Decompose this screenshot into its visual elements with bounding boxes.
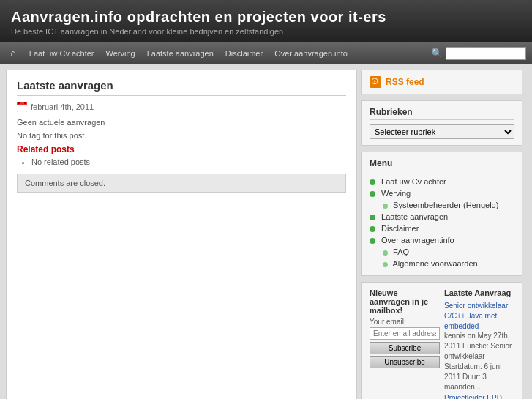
site-header: Aanvragen.info opdrachten en projecten v… (0, 0, 532, 42)
menu-item-faq: FAQ (383, 246, 514, 258)
menu-title: Menu (370, 158, 514, 171)
search-input[interactable] (446, 47, 526, 60)
site-subtitle: De beste ICT aanvragen in Nederland voor… (11, 27, 521, 36)
svg-rect-1 (17, 105, 27, 112)
search-icon[interactable]: 🔍 (431, 48, 443, 59)
menu-link-systeembeheerder[interactable]: Systeembeheerder (Hengelo) (393, 201, 498, 209)
unsubscribe-button[interactable]: Unsubscribe (370, 356, 440, 368)
laatste-widget: Laatste Aanvraag Senior ontwikkelaar C/C… (444, 288, 514, 399)
bullet-sub-systeembeheerder (383, 204, 388, 209)
content-title: Laatste aanvragen (17, 79, 346, 96)
menu-link-werving[interactable]: Werving (381, 189, 411, 198)
bullet-sub-algemene (383, 262, 388, 267)
menu-link-laatste[interactable]: Laatste aanvragen (381, 212, 448, 221)
post-date: februari 4th, 2011 (17, 102, 346, 112)
laatste-aanvraag-title: Laatste Aanvraag (444, 288, 514, 297)
menu-link-faq[interactable]: FAQ (393, 247, 409, 256)
no-tag-text: No tag for this post. (17, 131, 346, 140)
rubrieken-widget: Rubrieken Selecteer rubriek (361, 100, 522, 146)
menu-item-werving: Werving (370, 187, 514, 199)
bullet-sub-faq (383, 250, 388, 256)
related-post-item: No related posts. (31, 157, 346, 166)
post-date-text: februari 4th, 2011 (31, 102, 94, 111)
rubrieken-select[interactable]: Selecteer rubriek (370, 124, 514, 139)
menu-link-over[interactable]: Over aanvragen.info (381, 236, 454, 245)
bullet-over (370, 238, 375, 244)
laatste-text-1: kennis on May 27th, 2011 Functie: Senior… (444, 331, 514, 392)
menu-item-algemene: Algemene voorwaarden (383, 258, 514, 269)
bullet-werving (370, 191, 375, 197)
nav-item-disclaimer[interactable]: Disclaimer (220, 46, 269, 61)
menu-link-disclaimer[interactable]: Disclaimer (381, 224, 419, 233)
rss-link[interactable]: RSS feed (370, 76, 514, 88)
nav-item-laatste[interactable]: Laatste aanvragen (141, 46, 220, 61)
svg-rect-3 (18, 102, 20, 104)
menu-link-cv[interactable]: Laat uw Cv achter (381, 177, 446, 186)
menu-item-cv: Laat uw Cv achter (370, 176, 514, 187)
site-title: Aanvragen.info opdrachten en projecten v… (11, 9, 521, 26)
bullet-cv (370, 179, 375, 185)
menu-widget: Menu Laat uw Cv achter Werving Systeembe… (361, 152, 522, 276)
email-label: Your email: (370, 318, 440, 326)
email-input[interactable] (370, 327, 440, 340)
laatste-link-1[interactable]: Senior ontwikkelaar C/C++ Java met embed… (444, 302, 508, 330)
subscribe-button[interactable]: Subscribe (370, 342, 440, 354)
nav-item-werving[interactable]: Werving (100, 46, 141, 61)
two-col-section: Nieuwe aanvragen in je mailbox! Your ema… (370, 288, 514, 399)
svg-rect-4 (24, 102, 26, 104)
related-posts-list: No related posts. (31, 157, 346, 166)
rss-label: RSS feed (386, 77, 424, 87)
laatste-link-2[interactable]: Projectleider EPD (Gelderland) (444, 394, 502, 399)
nav-item-over[interactable]: Over aanvragen.info (269, 46, 353, 61)
menu-item-disclaimer: Disclaimer (370, 223, 514, 234)
no-posts-text: Geen actuele aanvragen (17, 118, 346, 127)
related-posts-title: Related posts (17, 144, 346, 154)
rubrieken-title: Rubrieken (370, 107, 514, 120)
menu-item-laatste: Laatste aanvragen (370, 211, 514, 223)
nieuwe-widget: Nieuwe aanvragen in je mailbox! Your ema… (370, 288, 440, 399)
main-content: Laatste aanvragen februari 4th, 2011 Gee… (0, 64, 532, 399)
rss-icon (370, 76, 381, 88)
navigation: ⌂ Laat uw Cv achter Werving Laatste aanv… (0, 42, 532, 64)
comments-closed: Comments are closed. (17, 174, 346, 193)
bullet-laatste (370, 215, 375, 220)
menu-item-over: Over aanvragen.info (370, 234, 514, 246)
nieuwe-title: Nieuwe aanvragen in je mailbox! (370, 288, 440, 315)
menu-link-algemene[interactable]: Algemene voorwaarden (392, 259, 477, 268)
home-nav-item[interactable]: ⌂ (6, 45, 20, 61)
menu-list: Laat uw Cv achter Werving Systeembeheerd… (370, 176, 514, 269)
nav-item-cv[interactable]: Laat uw Cv achter (23, 46, 100, 61)
sidebar: RSS feed Rubrieken Selecteer rubriek Men… (361, 70, 522, 399)
content-area: Laatste aanvragen februari 4th, 2011 Gee… (6, 70, 357, 399)
rss-widget: RSS feed (361, 70, 522, 94)
menu-item-systeembeheerder: Systeembeheerder (Hengelo) (383, 199, 514, 211)
bullet-disclaimer (370, 226, 375, 232)
bottom-widgets: Nieuwe aanvragen in je mailbox! Your ema… (361, 282, 522, 399)
calendar-icon (17, 102, 27, 112)
